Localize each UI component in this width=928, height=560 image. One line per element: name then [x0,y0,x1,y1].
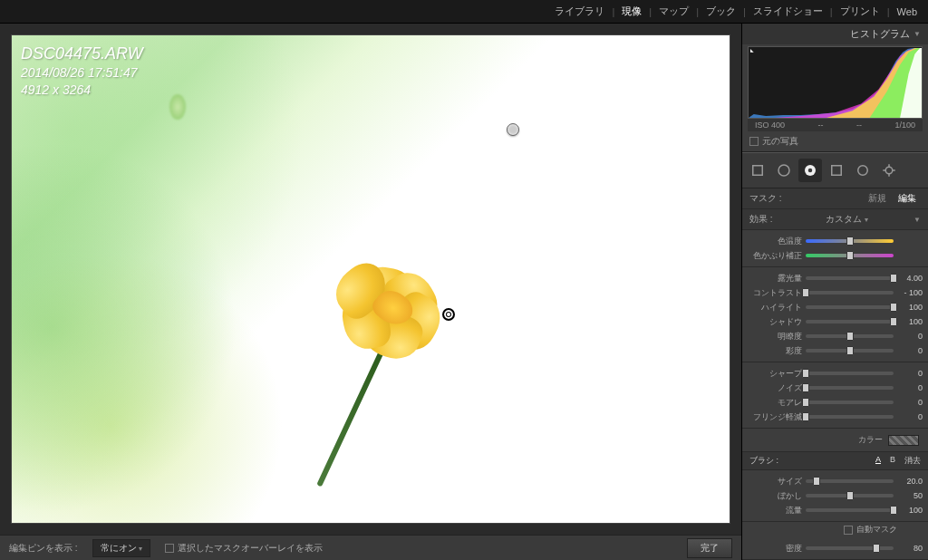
top-navigation: ライブラリ| 現像| マップ| ブック| スライドショー| プリント| Web [0,0,928,24]
slider-シャープ[interactable]: シャープ0 [748,366,923,381]
slider-コントラスト[interactable]: コントラスト- 100 [748,285,923,300]
detail-sliders: シャープ0ノイズ0モアレ0フリンジ軽減0 [742,362,928,429]
slider-サイズ[interactable]: サイズ20.0 [748,474,923,488]
mask-new[interactable]: 新規 [864,193,891,203]
original-checkbox[interactable] [749,137,759,146]
automask-label: 自動マスク [856,524,897,536]
svg-rect-11 [832,166,842,176]
nav-print[interactable]: プリント [833,5,887,18]
viewer-toolbar: 編集ピンを表示 : 常にオン ▾ 選択したマスクオーバーレイを表示 完了 [0,535,741,560]
edit-pin[interactable] [507,123,519,136]
image-info-overlay: DSC04475.ARW 2014/08/26 17:51:47 4912 x … [21,43,143,99]
overlay-checkbox[interactable] [165,544,174,553]
nav-web[interactable]: Web [890,6,924,17]
svg-marker-5 [750,49,754,53]
svg-point-13 [885,167,893,174]
density-slider: 密度80 [742,537,928,560]
info-dimensions: 4912 x 3264 [21,82,143,99]
slider-シャドウ[interactable]: シャドウ100 [748,314,923,329]
image-canvas[interactable]: DSC04475.ARW 2014/08/26 17:51:47 4912 x … [0,24,741,535]
original-photo-toggle[interactable]: 元の写真 [742,131,928,152]
brush-erase[interactable]: 消去 [904,455,921,467]
slider-彩度[interactable]: 彩度0 [748,343,923,358]
mask-edit[interactable]: 編集 [894,193,921,203]
brush-b[interactable]: B [890,455,895,467]
brush-a[interactable]: A [875,455,881,467]
slider-ハイライト[interactable]: ハイライト100 [748,300,923,314]
effect-preset-dropdown[interactable]: カスタム ▾ [818,213,868,226]
svg-point-10 [808,169,813,173]
slider-流量[interactable]: 流量100 [748,503,923,517]
histogram-meta: ISO 400 -- -- 1/100 [748,119,923,131]
tool-strip [742,152,928,188]
radial-tool[interactable] [851,159,875,182]
color-swatch[interactable] [888,435,919,446]
histogram[interactable] [748,46,923,119]
iso-value: ISO 400 [755,121,785,130]
info-datetime: 2014/08/26 17:51:47 [21,64,143,82]
tone-sliders: 露光量4.00コントラスト- 100ハイライト100シャドウ100明瞭度0彩度0 [742,267,928,362]
pins-show-label: 編集ピンを表示 : [9,542,78,555]
nav-map[interactable]: マップ [652,5,696,18]
slider-露光量[interactable]: 露光量4.00 [748,271,923,285]
slider-明瞭度[interactable]: 明瞭度0 [748,329,923,343]
slider-色温度[interactable]: 色温度 [748,234,923,248]
histogram-header[interactable]: ヒストグラム▼ [742,24,928,44]
nav-library[interactable]: ライブラリ [547,5,612,18]
focal-value: -- [818,121,824,130]
brush-sliders: サイズ20.0ぼかし50流量100 [742,470,928,522]
shutter-value: 1/100 [894,121,915,130]
brush-header: ブラシ : A B 消去 [742,452,928,470]
color-picker-row: カラー [742,429,928,452]
image-viewer: DSC04475.ARW 2014/08/26 17:51:47 4912 x … [0,24,741,560]
slider-密度[interactable]: 密度80 [748,541,923,555]
redeye-tool[interactable] [798,159,822,182]
crop-tool[interactable] [746,159,769,182]
done-button[interactable]: 完了 [687,538,732,558]
slider-ノイズ[interactable]: ノイズ0 [748,381,923,395]
effect-section-header: 効果 : カスタム ▾ ▼ [742,209,928,230]
color-sliders: 色温度色かぶり補正 [742,230,928,267]
svg-point-8 [778,165,789,176]
nav-develop[interactable]: 現像 [614,5,649,18]
grad-tool[interactable] [825,159,848,182]
slider-フリンジ軽減[interactable]: フリンジ軽減0 [748,410,923,424]
svg-rect-7 [753,166,763,176]
mask-section-header: マスク : 新規 編集 [742,188,928,209]
svg-point-12 [858,166,868,176]
right-panel: ヒストグラム▼ ISO 400 -- -- 1/100 元の写真 [741,24,928,560]
nav-slideshow[interactable]: スライドショー [746,5,830,18]
overlay-label: 選択したマスクオーバーレイを表示 [178,542,323,555]
automask-checkbox[interactable] [844,526,853,535]
slider-ぼかし[interactable]: ぼかし50 [748,488,923,503]
slider-色かぶり補正[interactable]: 色かぶり補正 [748,248,923,263]
nav-book[interactable]: ブック [699,5,743,18]
chevron-down-icon[interactable]: ▼ [914,216,921,224]
spot-tool[interactable] [772,159,796,182]
pins-mode-select[interactable]: 常にオン ▾ [92,539,151,557]
aperture-value: -- [856,121,862,130]
slider-モアレ[interactable]: モアレ0 [748,395,923,410]
info-filename: DSC04475.ARW [21,43,143,64]
brush-tool[interactable] [877,159,901,182]
